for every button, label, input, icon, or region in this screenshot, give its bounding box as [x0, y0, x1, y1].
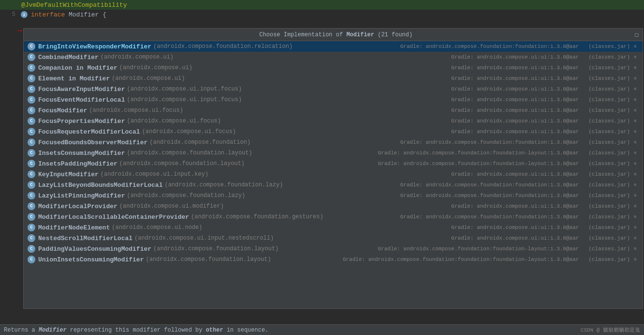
list-item[interactable]: C NestedScrollModifierLocal (androidx.co… [24, 233, 643, 244]
item-icon: C [28, 160, 35, 168]
item-icon: C [28, 181, 35, 189]
item-package: (androidx.compose.ui.focus) [127, 118, 220, 124]
dialog-close-button[interactable]: ☐ [635, 30, 639, 39]
item-source: Gradle: androidx.compose.ui:ui:1.3.0@aar… [447, 129, 630, 135]
item-package: (androidx.compose.foundation.layout) [119, 160, 245, 167]
item-icon: C [28, 75, 35, 82]
item-icon: C [28, 224, 35, 231]
lib-icon: ≡ [632, 235, 639, 242]
list-item[interactable]: C FocusRequesterModifierLocal (androidx.… [24, 126, 643, 137]
lib-icon: ≡ [632, 86, 639, 92]
item-name: FocusAwareInputModifier [38, 86, 125, 93]
item-name: FocusEventModifierLocal [38, 96, 125, 104]
item-icon: C [28, 192, 35, 199]
item-name: ModifierLocalProvider [38, 203, 117, 210]
list-item[interactable]: C FocusAwareInputModifier (androidx.comp… [24, 84, 643, 94]
status-modifier: Modifier [39, 327, 67, 334]
dialog-title: Choose Implementation of Modifier (21 fo… [37, 31, 635, 38]
item-source: Gradle: androidx.compose.ui:ui:1.3.0@aar… [447, 225, 630, 230]
item-package: (androidx.compose.ui) [101, 54, 174, 61]
status-prefix: Returns a [4, 327, 39, 334]
lib-icon: ≡ [632, 75, 639, 82]
item-name: CombinedModifier [38, 54, 99, 61]
item-name: FocusedBoundsObserverModifier [38, 139, 147, 146]
item-name: Companion in Modifier [38, 64, 117, 72]
item-icon: C [28, 96, 35, 104]
lib-icon: ≡ [632, 224, 639, 231]
item-source: Gradle: androidx.compose.ui:ui:1.3.0@aar… [447, 171, 630, 177]
lib-icon: ≡ [632, 256, 639, 263]
item-source: Gradle: androidx.compose.foundation:foun… [396, 182, 630, 188]
lib-icon: ≡ [632, 139, 639, 146]
list-item[interactable]: C ModifierLocalProvider (androidx.compos… [24, 201, 643, 212]
list-item[interactable]: C LazyListBeyondBoundsModifierLocal (and… [24, 180, 643, 190]
item-package: (androidx.compose.ui.input.key) [101, 171, 208, 178]
item-source: Gradle: androidx.compose.ui:ui:1.3.0@aar… [447, 235, 630, 241]
item-icon: C [28, 107, 35, 114]
item-package: (androidx.compose.foundation.lazy) [164, 182, 283, 188]
list-item[interactable]: C FocusEventModifierLocal (androidx.comp… [24, 94, 643, 105]
list-item[interactable]: C KeyInputModifier (androidx.compose.ui.… [24, 169, 643, 180]
lib-icon: ≡ [632, 107, 639, 114]
item-package: (androidx.compose.ui) [112, 75, 185, 82]
item-package: (androidx.compose.foundation) [149, 139, 250, 146]
list-item[interactable]: C BringIntoViewResponderModifier (androi… [24, 41, 643, 52]
list-item[interactable]: C FocusedBoundsObserverModifier (android… [24, 137, 643, 148]
item-package: (androidx.compose.foundation.gestures) [191, 213, 323, 220]
line-number-5: 5 [2, 11, 19, 18]
item-name: UnionInsetsConsumingModifier [38, 256, 144, 263]
list-item[interactable]: C LazyListPinningModifier (androidx.comp… [24, 190, 643, 201]
lib-icon: ≡ [632, 171, 639, 178]
lib-icon: ≡ [632, 118, 639, 124]
lib-icon: ≡ [632, 192, 639, 199]
item-package: (androidx.compose.foundation.relocation) [153, 43, 293, 50]
list-item[interactable]: C Element in Modifier (androidx.compose.… [24, 73, 643, 84]
list-item[interactable]: C ModifierLocalScrollableContainerProvid… [24, 212, 643, 222]
item-package: (androidx.compose.foundation.layout) [153, 245, 278, 252]
dialog-title-class: Modifier [346, 31, 374, 38]
list-item[interactable]: C UnionInsetsConsumingModifier (androidx… [24, 254, 643, 265]
list-item[interactable]: C Companion in Modifier (androidx.compos… [24, 62, 643, 73]
item-name: FocusPropertiesModifier [38, 118, 125, 125]
lib-icon: ≡ [632, 203, 639, 210]
item-source: Gradle: androidx.compose.foundation:foun… [339, 257, 630, 262]
item-package: (androidx.compose.ui.modifier) [119, 203, 224, 210]
item-icon: C [28, 53, 35, 61]
item-icon: C [28, 128, 35, 136]
item-icon: C [28, 64, 35, 72]
list-item[interactable]: C InsetsPaddingModifier (androidx.compos… [24, 158, 643, 169]
item-source: Gradle: androidx.compose.ui:ui:1.3.0@aar… [447, 65, 630, 71]
list-item[interactable]: C FocusPropertiesModifier (androidx.comp… [24, 116, 643, 126]
code-line-interface: interface Modifier { [29, 11, 644, 18]
list-item[interactable]: C PaddingValuesConsumingModifier (androi… [24, 244, 643, 254]
item-icon: C [28, 149, 35, 157]
list-item[interactable]: C FocusModifier (androidx.compose.ui.foc… [24, 105, 643, 116]
item-name: FocusRequesterModifierLocal [38, 128, 140, 136]
list-item[interactable]: C ModifierNodeElement (androidx.compose.… [24, 222, 643, 233]
item-name: NestedScrollModifierLocal [38, 235, 132, 242]
list-item[interactable]: C InsetsConsumingModifier (androidx.comp… [24, 148, 643, 158]
item-source: Gradle: androidx.compose.foundation:foun… [396, 139, 630, 145]
item-package: (androidx.compose.ui.focus) [89, 107, 183, 114]
brand-text: CSDN @ 魑魅魍魉都是鬼 [581, 326, 640, 334]
lib-icon: ≡ [632, 43, 639, 50]
choose-implementation-dialog: Choose Implementation of Modifier (21 fo… [23, 28, 643, 309]
item-icon: C [28, 43, 35, 50]
item-name: ModifierNodeElement [38, 224, 110, 231]
item-name: InsetsPaddingModifier [38, 160, 117, 168]
item-name: LazyListBeyondBoundsModifierLocal [38, 182, 162, 189]
item-icon: C [28, 117, 35, 125]
item-source: Gradle: androidx.compose.foundation:foun… [374, 161, 630, 167]
item-source: Gradle: androidx.compose.ui:ui:1.3.0@aar… [447, 76, 630, 81]
list-item[interactable]: C CombinedModifier (androidx.compose.ui)… [24, 52, 643, 62]
item-source: Gradle: androidx.compose.foundation:foun… [374, 246, 630, 252]
status-bar: Returns a Modifier representing this mod… [0, 324, 644, 335]
dialog-title-count: (21 found) [378, 31, 412, 38]
arrow-indicator: → [17, 27, 22, 35]
code-line-annotation: @JvmDefaultWithCompatibility [19, 1, 644, 9]
item-source: Gradle: androidx.compose.ui:ui:1.3.0@aar… [447, 54, 630, 60]
implementation-list[interactable]: C BringIntoViewResponderModifier (androi… [24, 41, 643, 308]
item-package: (androidx.compose.ui.input.focus) [127, 96, 242, 103]
lib-icon: ≡ [632, 54, 639, 61]
item-name: Element in Modifier [38, 75, 110, 82]
